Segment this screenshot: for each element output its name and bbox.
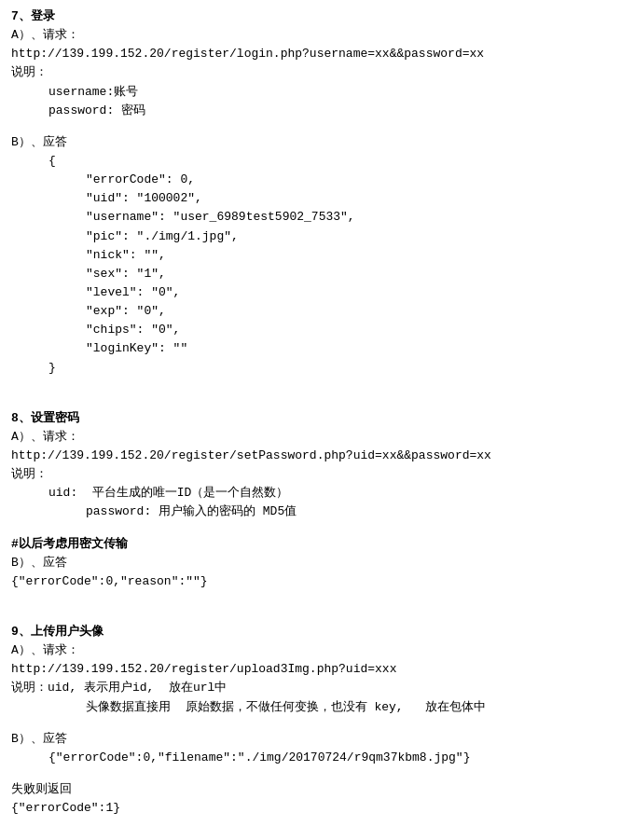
- subsection-label: A）、请求：: [11, 641, 610, 660]
- section-title: 8、设置密码: [11, 409, 610, 428]
- content-line: 说明：: [11, 465, 610, 484]
- content-line: 头像数据直接用 原始数据，不做任何变换，也没有 key, 放在包体中: [11, 698, 610, 717]
- content-line: }: [11, 359, 610, 378]
- subsection-label: B）、应答: [11, 730, 610, 749]
- content-line: 说明：: [11, 63, 610, 82]
- section-section8: 8、设置密码A）、请求：http://139.199.152.20/regist…: [11, 409, 610, 591]
- content-line: "level": "0",: [11, 283, 610, 302]
- content-line: uid: 平台生成的唯一ID（是一个自然数）: [11, 484, 610, 503]
- content-line: http://139.199.152.20/register/login.php…: [11, 45, 610, 63]
- content-line: password: 用户输入的密码的 MD5值: [11, 503, 610, 521]
- content-line: 说明：uid, 表示用户id, 放在url中: [11, 679, 610, 697]
- section-title: 9、上传用户头像: [11, 623, 610, 641]
- content-line: {"errorCode":0,"reason":""}: [11, 572, 610, 591]
- content-line: "exp": "0",: [11, 302, 610, 321]
- content-line: {"errorCode":1}: [11, 799, 610, 818]
- content-line: password: 密码: [11, 102, 610, 120]
- subsection-label: 失败则返回: [11, 780, 610, 799]
- section-title: 7、登录: [11, 7, 610, 26]
- content-line: "sex": "1",: [11, 265, 610, 283]
- content-line: "uid": "100002",: [11, 189, 610, 208]
- content-line: {"errorCode":0,"filename":"./img/2017072…: [11, 749, 610, 767]
- subsection-label: A）、请求：: [11, 428, 610, 447]
- content-line: http://139.199.152.20/register/setPasswo…: [11, 447, 610, 465]
- subsection-label: A）、请求：: [11, 26, 610, 45]
- content-line: "nick": "",: [11, 246, 610, 265]
- content-line: "chips": "0",: [11, 321, 610, 339]
- section-note: #以后考虑用密文传输: [11, 535, 610, 554]
- content-line: "loginKey": "": [11, 339, 610, 358]
- section-section9: 9、上传用户头像A）、请求：http://139.199.152.20/regi…: [11, 623, 610, 818]
- content-line: username:账号: [11, 83, 610, 102]
- section-section7: 7、登录A）、请求：http://139.199.152.20/register…: [11, 7, 610, 378]
- content-line: "pic": "./img/1.jpg",: [11, 227, 610, 246]
- content-line: "username": "user_6989test5902_7533",: [11, 208, 610, 227]
- content-line: {: [11, 152, 610, 171]
- content-line: http://139.199.152.20/register/upload3Im…: [11, 660, 610, 679]
- content-line: "errorCode": 0,: [11, 171, 610, 189]
- app-container: 7、登录A）、请求：http://139.199.152.20/register…: [11, 7, 610, 840]
- subsection-label: B）、应答: [11, 133, 610, 152]
- subsection-label: B）、应答: [11, 554, 610, 572]
